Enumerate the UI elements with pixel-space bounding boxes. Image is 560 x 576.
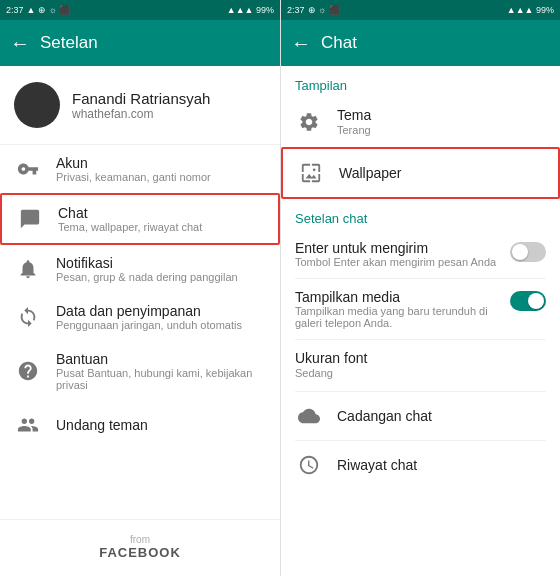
menu-text-notifikasi: Notifikasi Pesan, grup & nada dering pan… xyxy=(56,255,238,283)
status-time-right: 2:37 ⊕ ☼ ⬛ xyxy=(287,5,340,15)
menu-text-bantuan: Bantuan Pusat Bantuan, hubungi kami, keb… xyxy=(56,351,266,391)
left-page-title: Setelan xyxy=(40,33,98,53)
status-icons-right: ⊕ ☼ ⬛ xyxy=(308,5,340,15)
back-button-right[interactable]: ← xyxy=(291,32,311,55)
left-panel: 2:37 ▲ ⊕ ☼ ⬛ ▲▲▲ 99% ← Setelan Fanandi R… xyxy=(0,0,280,576)
settings-sub-font: Sedang xyxy=(295,366,367,380)
toggle-info-enter: Enter untuk mengirim Tombol Enter akan m… xyxy=(295,240,496,268)
settings-title-font: Ukuran font xyxy=(295,350,367,366)
settings-title-cadangan: Cadangan chat xyxy=(337,408,432,424)
settings-text-wallpaper: Wallpaper xyxy=(339,165,402,181)
settings-title-wallpaper: Wallpaper xyxy=(339,165,402,181)
settings-item-wallpaper[interactable]: Wallpaper xyxy=(281,147,560,199)
settings-text-cadangan: Cadangan chat xyxy=(337,408,432,424)
people-icon xyxy=(14,411,42,439)
settings-item-cadangan[interactable]: Cadangan chat xyxy=(281,392,560,440)
menu-text-akun: Akun Privasi, keamanan, ganti nomor xyxy=(56,155,211,183)
back-button-left[interactable]: ← xyxy=(10,32,30,55)
menu-sub-data: Penggunaan jaringan, unduh otomatis xyxy=(56,319,242,331)
menu-item-data[interactable]: Data dan penyimpanan Penggunaan jaringan… xyxy=(0,293,280,341)
toggle-knob-enter xyxy=(512,244,528,260)
profile-name: Fanandi Ratriansyah xyxy=(72,90,210,107)
help-icon xyxy=(14,357,42,385)
settings-item-riwayat[interactable]: Riwayat chat xyxy=(281,441,560,489)
menu-text-undang: Undang teman xyxy=(56,417,148,433)
left-top-bar: ← Setelan xyxy=(0,20,280,66)
section-label-tampilan: Tampilan xyxy=(281,66,560,97)
right-signal-area: ▲▲▲ 99% xyxy=(507,5,554,15)
menu-list: Akun Privasi, keamanan, ganti nomor Chat… xyxy=(0,145,280,519)
menu-title-undang: Undang teman xyxy=(56,417,148,433)
time-right: 2:37 xyxy=(287,5,305,15)
status-time-left: 2:37 ▲ ⊕ ☼ ⬛ xyxy=(6,5,70,15)
settings-text-tema: Tema Terang xyxy=(337,107,371,137)
status-icons-right-left: ▲▲▲ 99% xyxy=(227,5,274,15)
avatar xyxy=(14,82,60,128)
settings-title-riwayat: Riwayat chat xyxy=(337,457,417,473)
time-left: 2:37 xyxy=(6,5,24,15)
menu-title-bantuan: Bantuan xyxy=(56,351,266,367)
from-label: from xyxy=(14,534,266,545)
left-status-bar: 2:37 ▲ ⊕ ☼ ⬛ ▲▲▲ 99% xyxy=(0,0,280,20)
menu-sub-akun: Privasi, keamanan, ganti nomor xyxy=(56,171,211,183)
menu-title-akun: Akun xyxy=(56,155,211,171)
facebook-logo: FACEBOOK xyxy=(14,545,266,560)
toggle-sub-media: Tampilkan media yang baru terunduh di ga… xyxy=(295,305,510,329)
refresh-icon xyxy=(14,303,42,331)
right-panel: 2:37 ⊕ ☼ ⬛ ▲▲▲ 99% ← Chat Tampilan Tema … xyxy=(280,0,560,576)
menu-item-notifikasi[interactable]: Notifikasi Pesan, grup & nada dering pan… xyxy=(0,245,280,293)
toggle-media[interactable]: Tampilkan media Tampilkan media yang bar… xyxy=(281,279,560,339)
chat-icon xyxy=(16,205,44,233)
settings-item-font[interactable]: Ukuran font Sedang xyxy=(281,340,560,390)
settings-sub-tema: Terang xyxy=(337,123,371,137)
status-icons-left: ▲ ⊕ ☼ ⬛ xyxy=(27,5,71,15)
menu-text-chat: Chat Tema, wallpaper, riwayat chat xyxy=(58,205,202,233)
profile-section[interactable]: Fanandi Ratriansyah whathefan.com xyxy=(0,66,280,145)
signal-left: ▲▲▲ 99% xyxy=(227,5,274,15)
clock-icon xyxy=(295,451,323,479)
toggle-knob-media xyxy=(528,293,544,309)
settings-text-font: Ukuran font Sedang xyxy=(295,350,367,380)
menu-sub-chat: Tema, wallpaper, riwayat chat xyxy=(58,221,202,233)
profile-info: Fanandi Ratriansyah whathefan.com xyxy=(72,90,210,121)
toggle-sub-enter: Tombol Enter akan mengirim pesan Anda xyxy=(295,256,496,268)
settings-text-riwayat: Riwayat chat xyxy=(337,457,417,473)
menu-item-undang[interactable]: Undang teman xyxy=(0,401,280,449)
wallpaper-icon xyxy=(297,159,325,187)
gear-icon xyxy=(295,108,323,136)
menu-sub-notifikasi: Pesan, grup & nada dering panggilan xyxy=(56,271,238,283)
menu-text-data: Data dan penyimpanan Penggunaan jaringan… xyxy=(56,303,242,331)
toggle-enter[interactable]: Enter untuk mengirim Tombol Enter akan m… xyxy=(281,230,560,278)
settings-item-tema[interactable]: Tema Terang xyxy=(281,97,560,147)
menu-item-bantuan[interactable]: Bantuan Pusat Bantuan, hubungi kami, keb… xyxy=(0,341,280,401)
section-label-setelan-chat: Setelan chat xyxy=(281,199,560,230)
facebook-footer: from FACEBOOK xyxy=(0,519,280,576)
toggle-title-enter: Enter untuk mengirim xyxy=(295,240,496,256)
right-page-title: Chat xyxy=(321,33,357,53)
signal-right: ▲▲▲ 99% xyxy=(507,5,554,15)
profile-email: whathefan.com xyxy=(72,107,210,121)
menu-item-chat[interactable]: Chat Tema, wallpaper, riwayat chat xyxy=(0,193,280,245)
right-top-bar: ← Chat xyxy=(281,20,560,66)
toggle-switch-media[interactable] xyxy=(510,291,546,311)
key-icon xyxy=(14,155,42,183)
menu-title-chat: Chat xyxy=(58,205,202,221)
settings-title-tema: Tema xyxy=(337,107,371,123)
menu-title-notifikasi: Notifikasi xyxy=(56,255,238,271)
bell-icon xyxy=(14,255,42,283)
right-menu-list: Tampilan Tema Terang Wallpaper Setelan c… xyxy=(281,66,560,576)
menu-title-data: Data dan penyimpanan xyxy=(56,303,242,319)
cloud-icon xyxy=(295,402,323,430)
menu-item-akun[interactable]: Akun Privasi, keamanan, ganti nomor xyxy=(0,145,280,193)
right-status-bar: 2:37 ⊕ ☼ ⬛ ▲▲▲ 99% xyxy=(281,0,560,20)
toggle-info-media: Tampilkan media Tampilkan media yang bar… xyxy=(295,289,510,329)
menu-sub-bantuan: Pusat Bantuan, hubungi kami, kebijakan p… xyxy=(56,367,266,391)
toggle-switch-enter[interactable] xyxy=(510,242,546,262)
toggle-title-media: Tampilkan media xyxy=(295,289,510,305)
